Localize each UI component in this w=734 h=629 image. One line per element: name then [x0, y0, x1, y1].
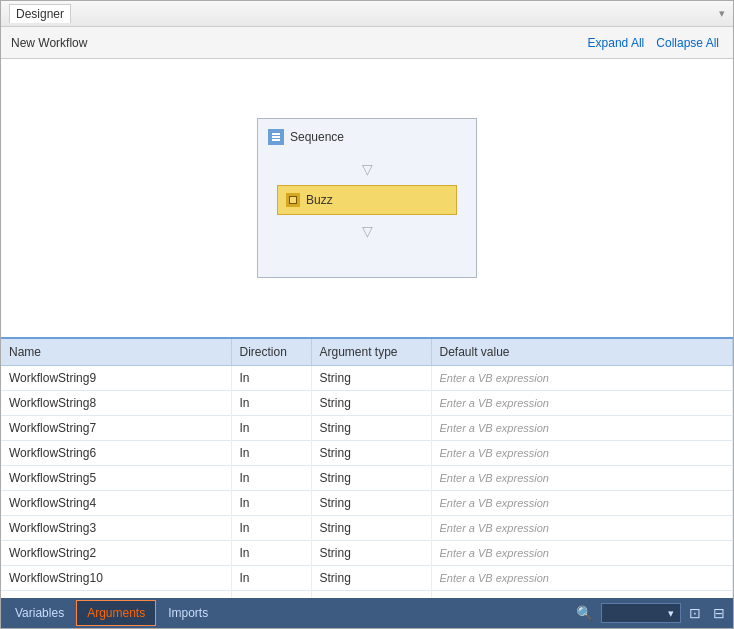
designer-canvas: Sequence ▽ Buzz ▽: [1, 59, 733, 339]
svg-rect-2: [272, 139, 280, 141]
table-row: WorkflowString7 In String Enter a VB exp…: [1, 416, 733, 441]
cell-name: WorkflowString3: [1, 516, 231, 541]
expand-all-button[interactable]: Expand All: [584, 34, 649, 52]
cell-default[interactable]: Enter a VB expression: [431, 591, 733, 599]
cell-direction: In: [231, 466, 311, 491]
svg-rect-0: [272, 133, 280, 135]
table-row: WorkflowString9 In String Enter a VB exp…: [1, 366, 733, 391]
cell-direction: In: [231, 541, 311, 566]
arguments-panel: Name Direction Argument type Default val…: [1, 339, 733, 598]
cell-type: String: [311, 441, 431, 466]
cell-name: WorkflowString1: [1, 591, 231, 599]
cell-name: WorkflowString4: [1, 491, 231, 516]
sequence-icon: [268, 129, 284, 145]
col-name: Name: [1, 339, 231, 366]
chevron-down-icon: ▾: [668, 607, 674, 620]
drop-indicator-top: ▽: [362, 161, 373, 177]
cell-default[interactable]: Enter a VB expression: [431, 441, 733, 466]
cell-direction: In: [231, 366, 311, 391]
title-bar-right: ▾: [719, 7, 725, 20]
cell-type: String: [311, 366, 431, 391]
col-default-value: Default value: [431, 339, 733, 366]
collapse-panel-icon[interactable]: ⊟: [709, 603, 729, 623]
table-row: WorkflowString3 In String Enter a VB exp…: [1, 516, 733, 541]
col-argument-type: Argument type: [311, 339, 431, 366]
cell-type: String: [311, 541, 431, 566]
cell-name: WorkflowString5: [1, 466, 231, 491]
cell-name: WorkflowString8: [1, 391, 231, 416]
table-header-row: Name Direction Argument type Default val…: [1, 339, 733, 366]
pin-icon[interactable]: ▾: [719, 7, 725, 19]
expand-panel-icon[interactable]: ⊡: [685, 603, 705, 623]
cell-name: WorkflowString7: [1, 416, 231, 441]
workflow-label: New Workflow: [11, 36, 87, 50]
tab-arguments[interactable]: Arguments: [76, 600, 156, 626]
main-window: Designer ▾ New Workflow Expand All Colla…: [0, 0, 734, 629]
title-bar: Designer ▾: [1, 1, 733, 27]
cell-default[interactable]: Enter a VB expression: [431, 541, 733, 566]
bottom-tabs-bar: Variables Arguments Imports 🔍 ▾ ⊡ ⊟: [1, 598, 733, 628]
cell-name: WorkflowString6: [1, 441, 231, 466]
title-bar-left: Designer: [9, 4, 71, 23]
sequence-header: Sequence: [268, 129, 466, 145]
toolbar-actions: Expand All Collapse All: [584, 34, 723, 52]
cell-default[interactable]: Enter a VB expression: [431, 466, 733, 491]
search-icon[interactable]: 🔍: [572, 603, 597, 623]
cell-direction: In: [231, 516, 311, 541]
cell-default[interactable]: Enter a VB expression: [431, 391, 733, 416]
arguments-table[interactable]: Name Direction Argument type Default val…: [1, 339, 733, 598]
cell-type: String: [311, 516, 431, 541]
tab-variables[interactable]: Variables: [5, 600, 74, 626]
table-row: WorkflowString8 In String Enter a VB exp…: [1, 391, 733, 416]
cell-type: String: [311, 391, 431, 416]
table-row: WorkflowString10 In String Enter a VB ex…: [1, 566, 733, 591]
cell-name: WorkflowString2: [1, 541, 231, 566]
cell-type: String: [311, 491, 431, 516]
filter-dropdown[interactable]: ▾: [601, 603, 681, 623]
sequence-container: Sequence ▽ Buzz ▽: [257, 118, 477, 278]
cell-type: String: [311, 416, 431, 441]
cell-default[interactable]: Enter a VB expression: [431, 366, 733, 391]
toolbar: New Workflow Expand All Collapse All: [1, 27, 733, 59]
table-row: WorkflowString5 In String Enter a VB exp…: [1, 466, 733, 491]
designer-tab[interactable]: Designer: [9, 4, 71, 23]
buzz-label: Buzz: [306, 193, 333, 207]
svg-rect-1: [272, 136, 280, 138]
table-row: WorkflowString1 In String Enter a VB exp…: [1, 591, 733, 599]
cell-default[interactable]: Enter a VB expression: [431, 491, 733, 516]
data-table: Name Direction Argument type Default val…: [1, 339, 733, 598]
cell-direction: In: [231, 591, 311, 599]
cell-default[interactable]: Enter a VB expression: [431, 516, 733, 541]
table-row: WorkflowString2 In String Enter a VB exp…: [1, 541, 733, 566]
sequence-title: Sequence: [290, 130, 344, 144]
cell-direction: In: [231, 566, 311, 591]
tab-imports[interactable]: Imports: [158, 600, 218, 626]
col-direction: Direction: [231, 339, 311, 366]
cell-default[interactable]: Enter a VB expression: [431, 416, 733, 441]
collapse-all-button[interactable]: Collapse All: [652, 34, 723, 52]
cell-direction: In: [231, 416, 311, 441]
cell-type: String: [311, 566, 431, 591]
cell-name: WorkflowString9: [1, 366, 231, 391]
cell-type: String: [311, 466, 431, 491]
table-row: WorkflowString6 In String Enter a VB exp…: [1, 441, 733, 466]
buzz-activity-icon: [286, 193, 300, 207]
bottom-tab-actions: 🔍 ▾ ⊡ ⊟: [572, 603, 729, 623]
table-row: WorkflowString4 In String Enter a VB exp…: [1, 491, 733, 516]
cell-direction: In: [231, 491, 311, 516]
table-wrapper: Name Direction Argument type Default val…: [1, 339, 733, 598]
drop-indicator-bottom: ▽: [362, 223, 373, 239]
table-body: WorkflowString9 In String Enter a VB exp…: [1, 366, 733, 599]
buzz-activity[interactable]: Buzz: [277, 185, 457, 215]
cell-type: String: [311, 591, 431, 599]
cell-default[interactable]: Enter a VB expression: [431, 566, 733, 591]
cell-direction: In: [231, 441, 311, 466]
cell-direction: In: [231, 391, 311, 416]
cell-name: WorkflowString10: [1, 566, 231, 591]
